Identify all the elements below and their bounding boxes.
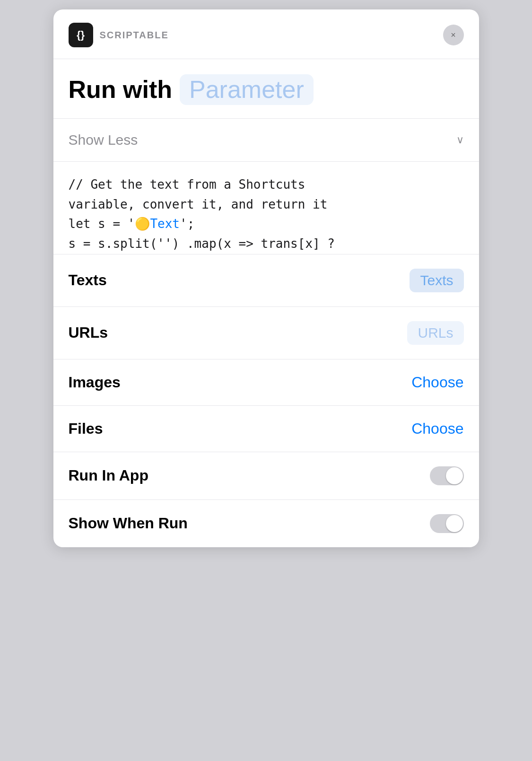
close-button[interactable]: × [443, 25, 464, 45]
row-show-when-run-label: Show When Run [69, 515, 188, 532]
row-files-label: Files [69, 420, 103, 437]
row-urls-label: URLs [69, 324, 108, 341]
run-in-app-toggle-thumb [446, 467, 463, 484]
code-line-1: // Get the text from a Shortcuts [69, 175, 464, 195]
app-icon: {} [69, 23, 93, 47]
code-suffix: '; [180, 217, 194, 231]
code-prefix: let s = ' [69, 217, 135, 231]
show-when-run-toggle[interactable] [430, 514, 464, 533]
show-less-row[interactable]: Show Less ∨ [53, 119, 479, 162]
close-icon: × [451, 30, 456, 40]
row-images-choose[interactable]: Choose [411, 374, 463, 391]
title-section: Run with Parameter [53, 59, 479, 119]
code-emoji: 🟡 [135, 217, 150, 231]
row-show-when-run: Show When Run [53, 500, 479, 547]
run-in-app-toggle[interactable] [430, 466, 464, 485]
title-row: Run with Parameter [69, 74, 464, 105]
header: {} SCRIPTABLE × [53, 9, 479, 59]
code-section: // Get the text from a Shortcuts variabl… [53, 162, 479, 254]
code-blue-text: Text [150, 217, 180, 231]
row-files-choose[interactable]: Choose [411, 420, 463, 437]
main-card: {} SCRIPTABLE × Run with Parameter Show … [53, 9, 479, 547]
app-name: SCRIPTABLE [100, 30, 169, 41]
row-images: Images Choose [53, 359, 479, 406]
chevron-down-icon: ∨ [456, 134, 464, 146]
row-files: Files Choose [53, 406, 479, 452]
title-parameter: Parameter [180, 74, 314, 105]
code-block: // Get the text from a Shortcuts variabl… [69, 175, 464, 254]
row-images-label: Images [69, 374, 121, 391]
row-urls: URLs URLs [53, 307, 479, 359]
show-when-run-toggle-thumb [446, 515, 463, 532]
app-icon-label: {} [77, 29, 85, 41]
title-run-with: Run with [69, 76, 173, 103]
row-texts: Texts Texts [53, 254, 479, 307]
row-urls-value[interactable]: URLs [407, 321, 463, 345]
header-left: {} SCRIPTABLE [69, 23, 169, 47]
show-less-label: Show Less [69, 132, 138, 148]
code-line-4: s = s.split('') .map(x => trans[x] ? [69, 234, 464, 254]
row-run-in-app: Run In App [53, 452, 479, 500]
row-texts-label: Texts [69, 271, 107, 289]
row-run-in-app-label: Run In App [69, 467, 148, 484]
row-texts-value[interactable]: Texts [410, 269, 463, 292]
code-line-3: let s = '🟡Text'; [69, 214, 464, 234]
code-line-2: variable, convert it, and return it [69, 195, 464, 215]
